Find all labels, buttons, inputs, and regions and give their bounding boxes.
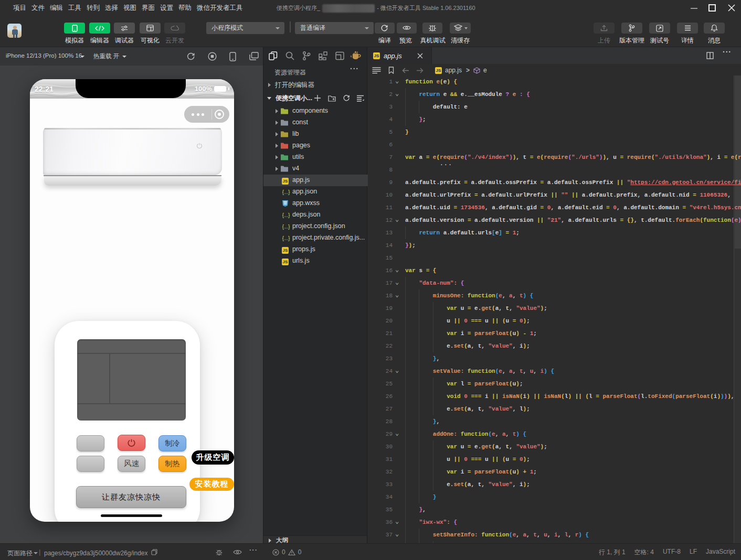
svg-text:{..}: {..} [282, 213, 290, 219]
svg-text:{..}: {..} [282, 190, 290, 196]
svg-text:{..}: {..} [282, 236, 290, 242]
svg-text:{..}: {..} [282, 224, 290, 230]
